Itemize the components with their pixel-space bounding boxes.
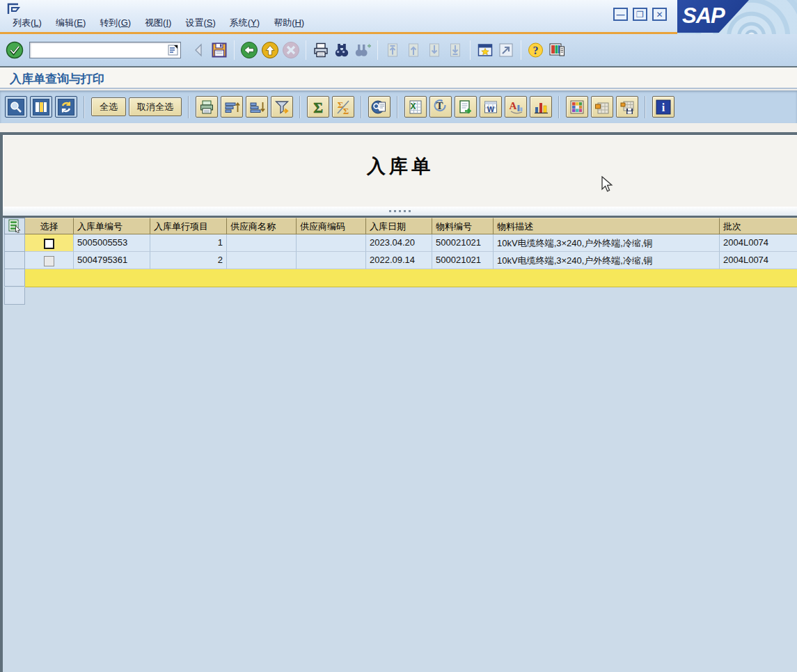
table-header-row: 选择入库单编号入库单行项目供应商名称供应商编码入库日期物料编号物料描述批次 [4, 218, 797, 234]
table-cell[interactable]: 2023.04.20 [366, 234, 432, 252]
save-button[interactable] [209, 40, 230, 61]
customize-layout-button[interactable] [546, 40, 567, 61]
row-selector[interactable] [4, 252, 25, 269]
command-list-icon[interactable] [168, 44, 179, 56]
row-checkbox[interactable] [44, 256, 54, 266]
print-icon [312, 41, 330, 59]
change-layout-button[interactable] [591, 96, 613, 118]
menu-item-E[interactable]: 编辑(E) [56, 17, 86, 29]
table-row[interactable]: 500500555312023.04.2050002102110kV电缆终端,3… [4, 234, 797, 252]
local-file-button[interactable] [455, 96, 477, 118]
minimize-button[interactable]: — [613, 8, 628, 21]
column-header-8[interactable]: 批次 [720, 218, 797, 234]
menu-item-L[interactable]: 列表(L) [13, 17, 42, 29]
print-button[interactable] [310, 40, 331, 61]
table-cell[interactable]: 2004L0074 [720, 234, 797, 252]
total-button[interactable]: Σ [307, 96, 329, 118]
close-button[interactable]: ✕ [652, 8, 667, 21]
choose-layout-button[interactable] [566, 96, 588, 118]
menu-item-S[interactable]: 设置(S) [185, 17, 215, 29]
toolbar-separator [645, 96, 646, 118]
table-cell[interactable] [25, 234, 74, 252]
excel-export-button[interactable]: X [404, 96, 427, 118]
row-selector[interactable] [4, 269, 25, 287]
row-checkbox[interactable] [44, 239, 54, 249]
menu-item-I[interactable]: 视图(I) [145, 17, 171, 29]
last-page-button[interactable] [445, 40, 466, 61]
table-cell[interactable] [25, 252, 74, 269]
back-button[interactable] [239, 40, 260, 61]
find-next-button[interactable] [352, 40, 373, 61]
row-selector[interactable] [4, 287, 25, 305]
column-header-4[interactable]: 供应商编码 [297, 218, 366, 234]
abc-analysis-button[interactable]: A [505, 96, 527, 118]
page-up-button[interactable] [403, 40, 424, 61]
empty-highlight-row[interactable] [4, 269, 797, 287]
menu-item-G[interactable]: 转到(G) [100, 17, 131, 29]
back-icon [240, 41, 258, 59]
subtotal-button[interactable]: ΣΣ [332, 96, 354, 118]
toolbar-separator [397, 96, 398, 118]
table-cell[interactable]: 500021021 [432, 234, 494, 252]
find-button[interactable] [331, 40, 352, 61]
column-header-7[interactable]: 物料描述 [494, 218, 720, 234]
maximize-button[interactable]: ❐ [633, 8, 647, 21]
details-button[interactable] [5, 96, 27, 118]
menu-item-H[interactable]: 帮助(H) [274, 17, 304, 29]
table-cell[interactable] [297, 252, 366, 269]
refresh-button[interactable] [55, 96, 77, 118]
mail-recipient-button[interactable]: W [480, 96, 502, 118]
column-header-3[interactable]: 供应商名称 [227, 218, 297, 234]
graphics-button[interactable] [530, 96, 552, 118]
table-cell[interactable]: 2022.09.14 [366, 252, 432, 269]
enter-button[interactable] [4, 40, 25, 61]
help-button[interactable]: ? [526, 40, 546, 61]
table-cell[interactable]: 5004795361 [74, 252, 150, 269]
menu-item-Y[interactable]: 系统(Y) [230, 17, 260, 29]
column-header-1[interactable]: 入库单编号 [74, 218, 150, 234]
command-field[interactable] [29, 42, 181, 58]
table-cell[interactable]: 500021021 [432, 252, 494, 269]
word-processing-button[interactable]: T [429, 96, 452, 118]
system-exit-icon[interactable] [6, 2, 23, 16]
table-cell[interactable] [297, 234, 366, 252]
sort-descending-button[interactable] [246, 96, 268, 118]
sort-ascending-button[interactable] [221, 96, 243, 118]
row-selector[interactable] [4, 234, 25, 252]
table-cell[interactable]: 10kV电缆终端,3×240,户外终端,冷缩,铜 [494, 234, 720, 252]
sap-logo: SAP [677, 0, 749, 33]
print-preview-button[interactable] [368, 96, 390, 118]
highlight-cell[interactable] [25, 269, 797, 287]
table-cell[interactable]: 2 [150, 252, 227, 269]
info-button[interactable]: i [652, 96, 674, 118]
table-cell[interactable]: 2004L0074 [720, 252, 797, 269]
svg-text:W: W [487, 105, 495, 113]
first-page-button[interactable] [382, 40, 403, 61]
word-icon: T [432, 99, 449, 115]
table-cell[interactable]: 1 [150, 234, 227, 252]
filter-button[interactable] [271, 96, 293, 118]
table-cell[interactable] [227, 234, 297, 252]
table-row[interactable]: 500479536122022.09.1450002102110kV电缆终端,3… [4, 252, 797, 269]
new-session-button[interactable] [475, 40, 496, 61]
collapse-command-field-button[interactable] [188, 40, 209, 61]
exit-button[interactable] [260, 40, 281, 61]
command-field-wrap [29, 42, 181, 58]
choose-columns-button[interactable] [30, 96, 52, 118]
page-down-button[interactable] [424, 40, 445, 61]
table-cell[interactable] [227, 252, 297, 269]
splitter-handle[interactable] [3, 207, 797, 218]
select-all-button[interactable]: 全选 [91, 97, 126, 116]
select-all-corner-button[interactable] [4, 218, 25, 234]
print-list-button[interactable] [196, 96, 218, 118]
table-cell[interactable]: 10kV电缆终端,3×240,户外终端,冷缩,铜 [494, 252, 720, 269]
column-header-6[interactable]: 物料编号 [432, 218, 494, 234]
deselect-all-button[interactable]: 取消全选 [129, 97, 182, 116]
save-layout-button[interactable] [616, 96, 638, 118]
column-header-5[interactable]: 入库日期 [366, 218, 432, 234]
cancel-button[interactable] [281, 40, 301, 61]
table-cell[interactable]: 5005005553 [74, 234, 150, 252]
column-header-2[interactable]: 入库单行项目 [150, 218, 227, 234]
column-header-0[interactable]: 选择 [25, 218, 74, 234]
create-shortcut-button[interactable] [496, 40, 516, 61]
